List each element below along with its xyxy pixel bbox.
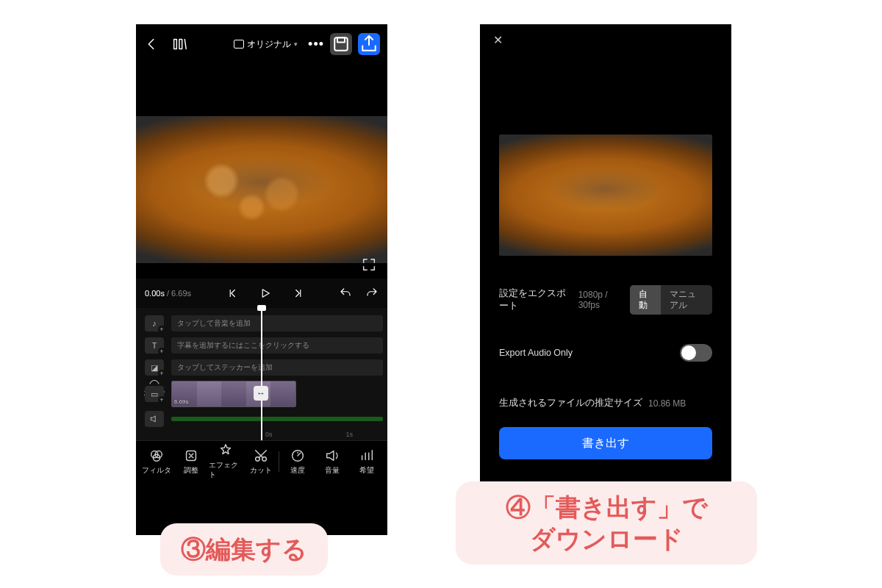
- text-icon: T+: [145, 337, 164, 354]
- play-icon[interactable]: [259, 287, 272, 300]
- prev-frame-icon[interactable]: [226, 287, 240, 300]
- undo-icon[interactable]: [339, 287, 352, 300]
- filesize-label: 生成されるファイルの推定サイズ: [499, 397, 642, 409]
- next-frame-icon[interactable]: [291, 287, 304, 300]
- close-icon[interactable]: ✕: [493, 33, 503, 47]
- tool-cut[interactable]: カット: [244, 448, 278, 476]
- editor-topbar: オリジナル ▾ •••: [136, 24, 387, 64]
- svg-marker-3: [262, 290, 269, 298]
- export-button[interactable]: [358, 33, 380, 55]
- more-icon[interactable]: •••: [308, 37, 324, 52]
- preview-thumbnail[interactable]: [136, 116, 387, 263]
- tool-volume[interactable]: 音量: [315, 448, 349, 476]
- caption-step4: ④「書き出す」で ダウンロード: [456, 481, 757, 564]
- fullscreen-icon[interactable]: [361, 257, 377, 273]
- speaker-icon: [145, 411, 164, 427]
- audio-only-label: Export Audio Only: [499, 348, 573, 358]
- svg-rect-1: [337, 37, 345, 42]
- caption-hint: 字幕を追加するにはここをクリックする: [171, 337, 383, 354]
- tool-filter[interactable]: フィルタ: [140, 448, 173, 476]
- caret-down-icon: ▾: [294, 40, 298, 48]
- caption-step3: ③編集する: [160, 523, 328, 576]
- save-draft-button[interactable]: [330, 33, 352, 55]
- rectangle-icon: [234, 40, 244, 49]
- export-settings-row: 設定をエクスポート 1080p / 30fps 自動 マニュアル: [499, 285, 712, 315]
- music-icon: ♪+: [145, 315, 164, 331]
- aspect-label: オリジナル: [247, 38, 291, 51]
- bottom-toolbar: フィルタ 調整 エフェクト カット 速度 音量 希望: [136, 440, 387, 481]
- tool-speed[interactable]: 速度: [281, 448, 315, 476]
- export-thumbnail: [499, 135, 712, 256]
- seg-manual[interactable]: マニュアル: [661, 285, 712, 315]
- export-confirm-button[interactable]: 書き出す: [499, 427, 712, 459]
- sticker-hint: タップしてステッカーを追加: [171, 359, 383, 376]
- back-icon[interactable]: [143, 36, 159, 52]
- filesize-row: 生成されるファイルの推定サイズ 10.86 MB: [499, 397, 712, 409]
- time-total: 6.69s: [171, 289, 191, 298]
- tool-effect[interactable]: エフェクト: [209, 442, 243, 480]
- clip-strip[interactable]: 6.69s: [171, 381, 296, 407]
- playbar: 0.00s / 6.69s: [136, 279, 387, 308]
- export-settings-label: 設定をエクスポート: [499, 287, 573, 312]
- tool-separator: [279, 451, 279, 472]
- library-icon[interactable]: [171, 36, 187, 52]
- aspect-ratio-button[interactable]: オリジナル ▾: [229, 35, 302, 54]
- settings-mode-segment[interactable]: 自動 マニュアル: [630, 285, 712, 315]
- redo-icon[interactable]: [365, 287, 379, 300]
- time-current: 0.00s: [145, 289, 165, 298]
- audio-only-row: Export Audio Only: [499, 344, 712, 362]
- tool-adjust[interactable]: 調整: [174, 448, 208, 476]
- audio-only-toggle[interactable]: [680, 344, 712, 362]
- tool-more[interactable]: 希望: [350, 448, 384, 476]
- clip-icon: ▭+: [145, 386, 164, 402]
- filesize-value: 10.86 MB: [648, 398, 686, 409]
- seg-auto[interactable]: 自動: [630, 285, 661, 315]
- editor-screen: オリジナル ▾ ••• 0.00s / 6.69s: [136, 24, 387, 535]
- music-hint: タップして音楽を追加: [171, 315, 383, 331]
- preview-area: [136, 64, 387, 279]
- timeline: ↔ ♪+ タップして音楽を追加 T+ 字幕を追加するにはここをクリックする ◪+…: [136, 308, 387, 440]
- export-settings-value: 1080p / 30fps: [578, 290, 624, 310]
- svg-rect-0: [334, 37, 348, 51]
- playhead[interactable]: [261, 308, 262, 440]
- clip-duration: 6.69s: [174, 398, 189, 405]
- export-screen: ✕ 設定をエクスポート 1080p / 30fps 自動 マニュアル Expor…: [480, 24, 731, 535]
- zoom-handle[interactable]: ↔: [254, 386, 268, 401]
